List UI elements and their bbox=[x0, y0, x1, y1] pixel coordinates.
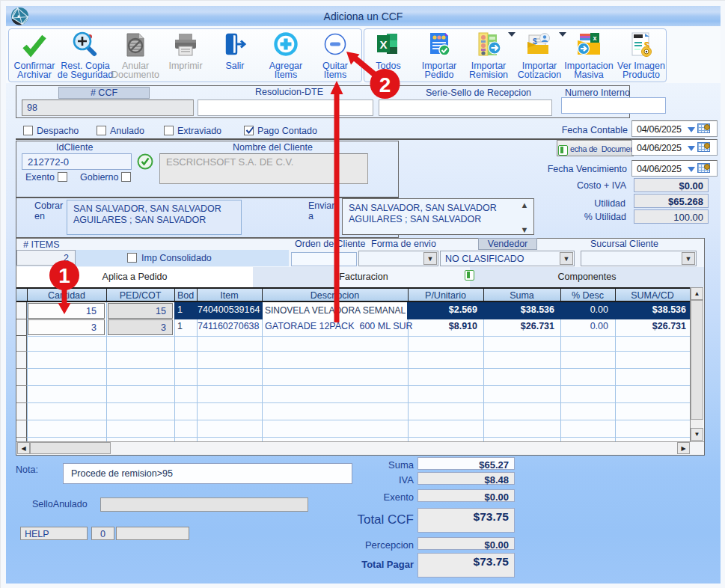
svg-text:x: x bbox=[593, 34, 596, 42]
svg-text:X: X bbox=[379, 38, 387, 51]
